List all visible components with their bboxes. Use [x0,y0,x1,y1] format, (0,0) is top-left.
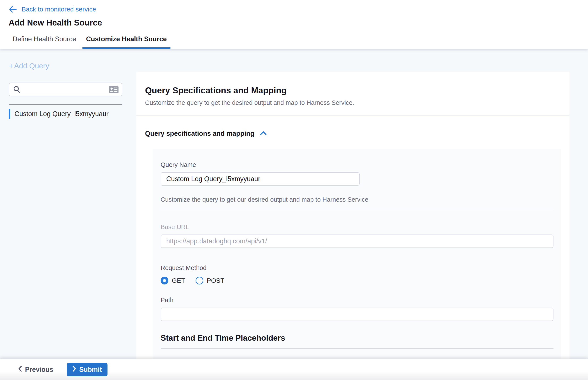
tab-customize-health-source[interactable]: Customize Health Source [82,35,171,49]
arrow-left-icon [9,6,17,13]
card-title: Query Specifications and Mapping [145,86,561,95]
radio-get-label: GET [172,277,185,284]
search-input[interactable] [9,83,122,96]
card-body: Query specifications and mapping Query N… [137,115,570,359]
submit-label: Submit [79,366,102,374]
back-link[interactable]: Back to monitored service [9,6,96,13]
page-title: Add New Health Source [9,18,579,27]
query-search [9,83,122,96]
base-url-group: Base URL [161,224,553,248]
plus-icon: + [9,62,14,70]
path-label: Path [161,297,553,304]
path-group: Path [161,297,553,321]
query-help-text: Customize the query to get our desired o… [161,196,553,203]
add-query-label: Add Query [14,62,49,70]
panel-divider [161,210,553,210]
previous-label: Previous [25,366,53,374]
radio-selected-icon[interactable] [161,277,168,285]
chevron-right-icon [72,366,76,374]
request-method-label: Request Method [161,264,553,271]
query-sidebar: + Add Query [0,49,137,359]
radio-unselected-icon[interactable] [196,277,203,285]
section-title: Query specifications and mapping [145,130,254,137]
page-header: Back to monitored service Add New Health… [0,0,588,49]
chevron-left-icon [18,366,22,374]
sidebar-divider [9,104,122,105]
path-input[interactable] [161,308,553,321]
card-view-icon[interactable] [109,86,119,94]
chevron-up-icon [260,131,267,136]
request-method-options: GET POST [161,277,553,285]
search-icon [13,86,21,94]
query-item-label: Custom Log Query_i5xmyyuaur [15,110,109,118]
placeholders-heading: Start and End Time Placeholders [161,334,553,342]
card-header: Query Specifications and Mapping Customi… [137,72,570,115]
query-name-input[interactable] [161,172,360,186]
add-query-button[interactable]: + Add Query [9,62,49,70]
app-root: Back to monitored service Add New Health… [0,0,588,380]
radio-option-post[interactable]: POST [196,277,225,285]
content-area: + Add Query [0,49,588,359]
base-url-input[interactable] [161,234,553,248]
query-spec-panel: Query Name Customize the query to get ou… [153,149,561,359]
selected-indicator-bar [9,109,10,119]
section-toggle[interactable]: Query specifications and mapping [145,130,267,137]
radio-option-get[interactable]: GET [161,277,185,285]
base-url-label: Base URL [161,224,553,231]
request-method-group: Request Method GET POST [161,264,553,285]
wizard-footer: Previous Submit [0,359,588,380]
tab-define-health-source[interactable]: Define Health Source [9,35,80,49]
tab-bar: Define Health Source Customize Health So… [9,35,579,49]
radio-post-label: POST [207,277,225,284]
heading-divider [161,348,553,349]
back-link-label: Back to monitored service [22,6,96,13]
submit-button[interactable]: Submit [67,363,107,376]
query-mapping-card: Query Specifications and Mapping Customi… [137,72,570,359]
card-subtitle: Customize the query to get the desired o… [145,99,561,106]
query-name-group: Query Name [161,161,553,186]
query-list-item[interactable]: Custom Log Query_i5xmyyuaur [9,109,128,119]
previous-button[interactable]: Previous [18,366,53,374]
query-name-label: Query Name [161,161,553,168]
